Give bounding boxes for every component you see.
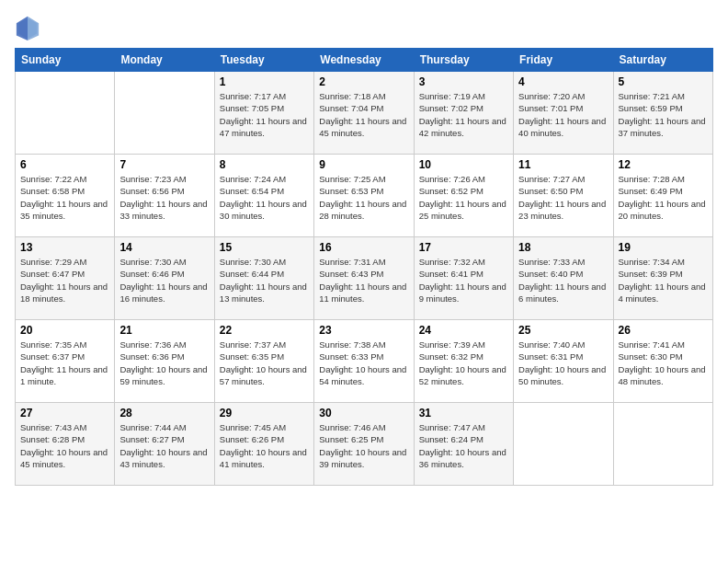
day-number: 21	[119, 324, 209, 337]
day-number: 23	[319, 324, 408, 337]
calendar-cell: 5Sunrise: 7:21 AM Sunset: 6:59 PM Daylig…	[613, 72, 712, 155]
logo	[15, 15, 44, 40]
day-number: 27	[20, 407, 109, 419]
day-info: Sunrise: 7:47 AM Sunset: 6:24 PM Dayligh…	[419, 421, 508, 470]
calendar-cell: 26Sunrise: 7:41 AM Sunset: 6:30 PM Dayli…	[613, 320, 712, 403]
day-info: Sunrise: 7:19 AM Sunset: 7:02 PM Dayligh…	[419, 90, 508, 139]
calendar-cell: 15Sunrise: 7:30 AM Sunset: 6:44 PM Dayli…	[214, 237, 313, 320]
day-number: 2	[319, 75, 408, 88]
day-number: 28	[119, 407, 209, 419]
day-number: 8	[220, 158, 309, 171]
day-number: 17	[419, 241, 508, 254]
calendar-cell: 21Sunrise: 7:36 AM Sunset: 6:36 PM Dayli…	[115, 320, 214, 403]
day-info: Sunrise: 7:44 AM Sunset: 6:27 PM Dayligh…	[119, 421, 209, 470]
calendar-cell: 27Sunrise: 7:43 AM Sunset: 6:28 PM Dayli…	[16, 403, 115, 486]
day-number: 19	[619, 241, 708, 254]
day-number: 11	[518, 158, 608, 171]
calendar-week-row: 13Sunrise: 7:29 AM Sunset: 6:47 PM Dayli…	[16, 237, 713, 320]
svg-marker-1	[28, 17, 39, 40]
calendar-cell: 3Sunrise: 7:19 AM Sunset: 7:02 PM Daylig…	[414, 72, 513, 155]
day-info: Sunrise: 7:45 AM Sunset: 6:26 PM Dayligh…	[220, 421, 309, 470]
day-info: Sunrise: 7:36 AM Sunset: 6:36 PM Dayligh…	[119, 339, 209, 387]
day-number: 25	[518, 324, 608, 337]
calendar-cell: 11Sunrise: 7:27 AM Sunset: 6:50 PM Dayli…	[514, 155, 613, 237]
calendar-cell	[613, 403, 712, 486]
day-number: 16	[319, 241, 408, 254]
day-number: 30	[319, 407, 408, 419]
day-info: Sunrise: 7:46 AM Sunset: 6:25 PM Dayligh…	[319, 421, 408, 470]
calendar-week-row: 27Sunrise: 7:43 AM Sunset: 6:28 PM Dayli…	[16, 403, 713, 486]
day-info: Sunrise: 7:33 AM Sunset: 6:40 PM Dayligh…	[518, 256, 608, 304]
day-info: Sunrise: 7:41 AM Sunset: 6:30 PM Dayligh…	[619, 339, 708, 387]
day-info: Sunrise: 7:32 AM Sunset: 6:41 PM Dayligh…	[419, 256, 508, 304]
weekday-header: Monday	[115, 49, 214, 72]
calendar-cell: 20Sunrise: 7:35 AM Sunset: 6:37 PM Dayli…	[16, 320, 115, 403]
day-number: 26	[619, 324, 708, 337]
day-info: Sunrise: 7:20 AM Sunset: 7:01 PM Dayligh…	[518, 90, 608, 139]
calendar-cell: 22Sunrise: 7:37 AM Sunset: 6:35 PM Dayli…	[214, 320, 313, 403]
day-info: Sunrise: 7:40 AM Sunset: 6:31 PM Dayligh…	[518, 339, 608, 387]
day-info: Sunrise: 7:22 AM Sunset: 6:58 PM Dayligh…	[20, 173, 109, 222]
day-number: 6	[20, 158, 109, 171]
weekday-header: Wednesday	[314, 49, 414, 72]
calendar-cell: 2Sunrise: 7:18 AM Sunset: 7:04 PM Daylig…	[314, 72, 414, 155]
day-info: Sunrise: 7:28 AM Sunset: 6:49 PM Dayligh…	[619, 173, 708, 222]
calendar-week-row: 20Sunrise: 7:35 AM Sunset: 6:37 PM Dayli…	[16, 320, 713, 403]
calendar-cell: 28Sunrise: 7:44 AM Sunset: 6:27 PM Dayli…	[115, 403, 214, 486]
calendar-cell: 9Sunrise: 7:25 AM Sunset: 6:53 PM Daylig…	[314, 155, 414, 237]
calendar-cell: 19Sunrise: 7:34 AM Sunset: 6:39 PM Dayli…	[613, 237, 712, 320]
weekday-header: Saturday	[613, 49, 712, 72]
day-info: Sunrise: 7:27 AM Sunset: 6:50 PM Dayligh…	[518, 173, 608, 222]
day-info: Sunrise: 7:23 AM Sunset: 6:56 PM Dayligh…	[119, 173, 209, 222]
day-number: 1	[220, 75, 309, 88]
calendar-cell: 6Sunrise: 7:22 AM Sunset: 6:58 PM Daylig…	[16, 155, 115, 237]
svg-marker-2	[17, 17, 28, 40]
day-number: 31	[419, 407, 508, 419]
day-number: 5	[619, 75, 708, 88]
weekday-header: Sunday	[16, 49, 115, 72]
day-info: Sunrise: 7:29 AM Sunset: 6:47 PM Dayligh…	[20, 256, 109, 304]
day-number: 12	[619, 158, 708, 171]
day-info: Sunrise: 7:30 AM Sunset: 6:44 PM Dayligh…	[220, 256, 309, 304]
day-number: 10	[419, 158, 508, 171]
day-info: Sunrise: 7:39 AM Sunset: 6:32 PM Dayligh…	[419, 339, 508, 387]
calendar-cell: 29Sunrise: 7:45 AM Sunset: 6:26 PM Dayli…	[214, 403, 313, 486]
day-number: 29	[220, 407, 309, 419]
day-number: 15	[220, 241, 309, 254]
calendar-cell: 8Sunrise: 7:24 AM Sunset: 6:54 PM Daylig…	[214, 155, 313, 237]
calendar-cell	[115, 72, 214, 155]
day-info: Sunrise: 7:34 AM Sunset: 6:39 PM Dayligh…	[619, 256, 708, 304]
calendar-cell: 12Sunrise: 7:28 AM Sunset: 6:49 PM Dayli…	[613, 155, 712, 237]
calendar-cell: 18Sunrise: 7:33 AM Sunset: 6:40 PM Dayli…	[514, 237, 613, 320]
day-number: 3	[419, 75, 508, 88]
calendar-cell: 10Sunrise: 7:26 AM Sunset: 6:52 PM Dayli…	[414, 155, 513, 237]
calendar-cell: 23Sunrise: 7:38 AM Sunset: 6:33 PM Dayli…	[314, 320, 414, 403]
calendar-cell	[16, 72, 115, 155]
day-info: Sunrise: 7:35 AM Sunset: 6:37 PM Dayligh…	[20, 339, 109, 387]
calendar-cell	[514, 403, 613, 486]
weekday-header: Thursday	[414, 49, 513, 72]
calendar-week-row: 6Sunrise: 7:22 AM Sunset: 6:58 PM Daylig…	[16, 155, 713, 237]
calendar-cell: 14Sunrise: 7:30 AM Sunset: 6:46 PM Dayli…	[115, 237, 214, 320]
page-header	[15, 15, 713, 40]
calendar-cell: 16Sunrise: 7:31 AM Sunset: 6:43 PM Dayli…	[314, 237, 414, 320]
day-info: Sunrise: 7:17 AM Sunset: 7:05 PM Dayligh…	[220, 90, 309, 139]
day-info: Sunrise: 7:38 AM Sunset: 6:33 PM Dayligh…	[319, 339, 408, 387]
weekday-header: Friday	[514, 49, 613, 72]
day-info: Sunrise: 7:25 AM Sunset: 6:53 PM Dayligh…	[319, 173, 408, 222]
calendar-cell: 25Sunrise: 7:40 AM Sunset: 6:31 PM Dayli…	[514, 320, 613, 403]
day-info: Sunrise: 7:31 AM Sunset: 6:43 PM Dayligh…	[319, 256, 408, 304]
header-row: SundayMondayTuesdayWednesdayThursdayFrid…	[16, 49, 713, 72]
calendar-cell: 17Sunrise: 7:32 AM Sunset: 6:41 PM Dayli…	[414, 237, 513, 320]
day-info: Sunrise: 7:18 AM Sunset: 7:04 PM Dayligh…	[319, 90, 408, 139]
day-number: 14	[119, 241, 209, 254]
day-number: 18	[518, 241, 608, 254]
day-number: 4	[518, 75, 608, 88]
day-info: Sunrise: 7:37 AM Sunset: 6:35 PM Dayligh…	[220, 339, 309, 387]
day-number: 20	[20, 324, 109, 337]
calendar-cell: 30Sunrise: 7:46 AM Sunset: 6:25 PM Dayli…	[314, 403, 414, 486]
day-number: 7	[119, 158, 209, 171]
day-number: 9	[319, 158, 408, 171]
day-info: Sunrise: 7:26 AM Sunset: 6:52 PM Dayligh…	[419, 173, 508, 222]
weekday-header: Tuesday	[214, 49, 313, 72]
